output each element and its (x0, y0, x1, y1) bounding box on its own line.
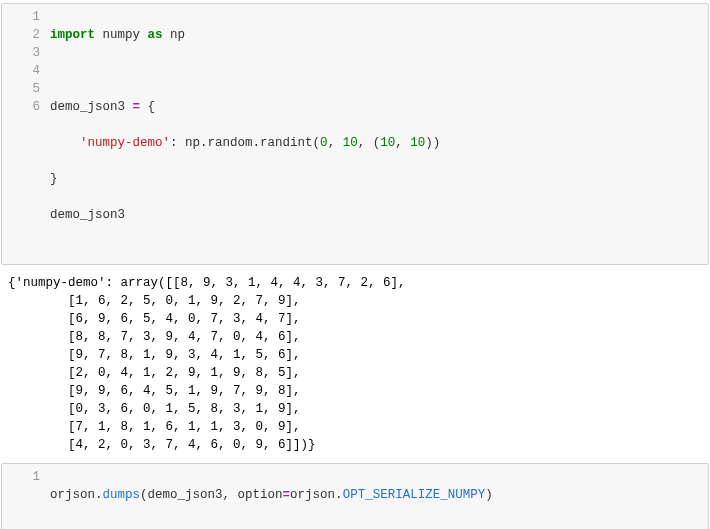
close-parens: )) (425, 134, 440, 152)
line-number: 1 (2, 8, 40, 26)
operator-eq: = (133, 98, 141, 116)
dot: . (95, 486, 103, 504)
line-number: 1 (2, 468, 40, 486)
dot: . (200, 134, 208, 152)
cell-output-1: {'numpy-demo': array([[8, 9, 3, 1, 4, 4,… (0, 268, 710, 460)
args-open: (demo_json3, option (140, 486, 283, 504)
code-lines: orjson.dumps(demo_json3, option=orjson.O… (50, 468, 708, 529)
line-number: 3 (2, 44, 40, 62)
line-gutter: 1 (2, 468, 50, 529)
close-paren: ) (485, 486, 493, 504)
dot: . (253, 134, 261, 152)
colon-np: : np (170, 134, 200, 152)
comma-paren: , ( (358, 134, 381, 152)
code-cell-2: 1 orjson.dumps(demo_json3, option=orjson… (0, 460, 710, 529)
line-number: 6 (2, 98, 40, 116)
code-input-1[interactable]: 1 2 3 4 5 6 import numpy as np demo_json… (1, 3, 709, 265)
line-number: 5 (2, 80, 40, 98)
number-literal: 0 (320, 134, 328, 152)
code-cell-1: 1 2 3 4 5 6 import numpy as np demo_json… (0, 0, 710, 268)
code-lines: import numpy as np demo_json3 = { 'numpy… (50, 8, 708, 260)
attr-random: random (208, 134, 253, 152)
dot: . (335, 486, 343, 504)
kwarg-eq: = (283, 486, 291, 504)
comma: , (328, 134, 343, 152)
brace-open: { (140, 98, 155, 116)
module-name: numpy (95, 26, 148, 44)
var-name: demo_json3 (50, 98, 133, 116)
method-dumps: dumps (103, 486, 141, 504)
keyword-as: as (148, 26, 163, 44)
line-gutter: 1 2 3 4 5 6 (2, 8, 50, 260)
brace-close: } (50, 170, 58, 188)
number-literal: 10 (380, 134, 395, 152)
dict-key: 'numpy-demo' (80, 134, 170, 152)
number-literal: 10 (343, 134, 358, 152)
alias-name: np (163, 26, 186, 44)
line-number: 2 (2, 26, 40, 44)
obj-orjson: orjson (290, 486, 335, 504)
expr-var: demo_json3 (50, 206, 125, 224)
line-number: 4 (2, 62, 40, 80)
comma: , (395, 134, 410, 152)
const-opt-serialize-numpy: OPT_SERIALIZE_NUMPY (343, 486, 486, 504)
obj-orjson: orjson (50, 486, 95, 504)
indent (50, 134, 80, 152)
keyword-import: import (50, 26, 95, 44)
func-randint: randint( (260, 134, 320, 152)
number-literal: 10 (410, 134, 425, 152)
code-input-2[interactable]: 1 orjson.dumps(demo_json3, option=orjson… (1, 463, 709, 529)
